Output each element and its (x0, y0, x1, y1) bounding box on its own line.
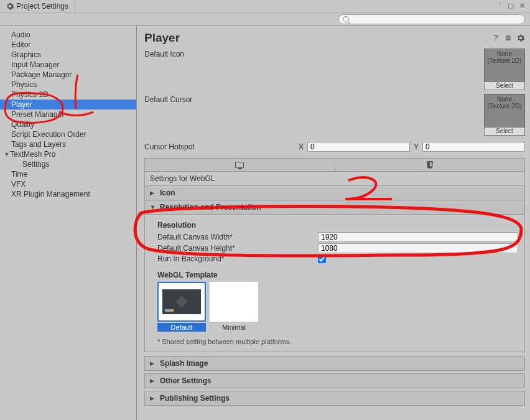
search-icon (343, 16, 349, 22)
chevron-right-icon: ▶ (150, 360, 156, 366)
canvas-width-input[interactable] (318, 232, 518, 242)
window-controls: ▢ ✕ (495, 2, 530, 11)
default-icon-picker[interactable]: None (Texture 2D) Select (484, 49, 525, 90)
unity-logo-icon (175, 296, 188, 308)
monitor-icon (235, 162, 244, 168)
select-button[interactable]: Select (484, 127, 525, 136)
resolution-heading: Resolution (157, 221, 518, 230)
cursor-hotspot-label: Cursor Hotspot (144, 142, 295, 151)
html5-icon (426, 161, 434, 169)
template-default-thumb (157, 282, 206, 322)
other-settings-foldout[interactable]: ▶ Other Settings (144, 373, 525, 388)
platform-tabs (144, 158, 525, 172)
chevron-right-icon: ▶ (150, 395, 156, 401)
settings-for-label: Settings for WebGL (144, 172, 525, 186)
page-title: Player (144, 31, 491, 45)
sidebar-item-audio[interactable]: Audio (0, 30, 136, 40)
sidebar-item-graphics[interactable]: Graphics (0, 50, 136, 60)
settings-gear-icon[interactable] (516, 34, 525, 42)
window-tab-label: Project Settings (16, 2, 68, 11)
canvas-height-row: Default Canvas Height* (157, 243, 518, 253)
texture-thumbnail: None (Texture 2D) (484, 49, 525, 82)
select-button[interactable]: Select (484, 82, 525, 90)
sidebar-item-physics2d[interactable]: Physics 2D (0, 90, 136, 100)
sidebar-item-quality[interactable]: Quality (0, 119, 136, 129)
shared-setting-footnote: * Shared setting between multiple platfo… (157, 338, 518, 345)
help-icon[interactable]: ? (491, 34, 500, 42)
default-cursor-picker[interactable]: None (Texture 2D) Select (484, 94, 525, 136)
sidebar-item-textmesh-pro[interactable]: ▼TextMesh Pro (0, 149, 136, 159)
window-tab[interactable]: Project Settings (0, 0, 75, 12)
sidebar-item-package-manager[interactable]: Package Manager (0, 70, 136, 80)
canvas-width-row: Default Canvas Width* (157, 232, 518, 242)
sidebar-item-player[interactable]: Player (0, 100, 136, 110)
run-in-background-label: Run In Background* (157, 254, 318, 263)
cursor-hotspot-x-input[interactable] (307, 142, 410, 152)
run-in-background-row: Run In Background* (157, 254, 518, 263)
run-in-background-checkbox[interactable] (318, 255, 326, 263)
y-label: Y (412, 142, 420, 151)
maximize-icon[interactable]: ▢ (506, 2, 515, 11)
icon-section-title: Icon (160, 189, 175, 197)
searchbar (0, 12, 530, 26)
resolution-section-foldout[interactable]: ▼ Resolution and Presentation (144, 200, 525, 215)
x-label: X (297, 142, 305, 151)
chevron-right-icon: ▶ (150, 190, 156, 196)
settings-category-list: Audio Editor Graphics Input Manager Pack… (0, 26, 137, 420)
cursor-hotspot-row: Cursor Hotspot X Y (144, 142, 525, 152)
default-icon-row: Default Icon None (Texture 2D) Select (144, 49, 525, 90)
sidebar-item-vfx[interactable]: VFX (0, 179, 136, 189)
template-default[interactable]: Default (157, 282, 206, 332)
platform-standalone-tab[interactable] (145, 159, 335, 171)
canvas-height-label: Default Canvas Height* (157, 244, 318, 253)
default-icon-label: Default Icon (144, 49, 306, 58)
project-settings-window: Project Settings ▢ ✕ Audio Editor Graphi… (0, 0, 530, 420)
default-cursor-label: Default Cursor (144, 94, 306, 104)
publishing-settings-foldout[interactable]: ▶ Publishing Settings (144, 391, 525, 406)
template-minimal[interactable]: Minimal (210, 282, 258, 332)
sidebar-item-editor[interactable]: Editor (0, 40, 136, 50)
platform-webgl-tab[interactable] (335, 159, 525, 171)
collapsed-sections: ▶ Splash Image ▶ Other Settings ▶ Publis… (144, 356, 525, 406)
panel-header: Player ? (144, 31, 525, 45)
cursor-hotspot-y-input[interactable] (422, 142, 525, 152)
canvas-width-label: Default Canvas Width* (157, 233, 318, 241)
player-settings-panel: Player ? Default Icon Non (137, 26, 530, 420)
resolution-section-title: Resolution and Presentation (160, 203, 261, 212)
preset-icon[interactable] (504, 34, 513, 42)
body: Audio Editor Graphics Input Manager Pack… (0, 26, 530, 420)
default-cursor-row: Default Cursor None (Texture 2D) Select (144, 94, 525, 136)
canvas-height-input[interactable] (318, 243, 518, 253)
sidebar-item-input-manager[interactable]: Input Manager (0, 60, 136, 70)
sidebar-item-physics[interactable]: Physics (0, 80, 136, 90)
template-default-label: Default (157, 323, 206, 332)
gear-icon (6, 2, 14, 10)
sidebar-item-time[interactable]: Time (0, 169, 136, 179)
template-minimal-label: Minimal (210, 323, 258, 332)
chevron-down-icon: ▼ (150, 204, 156, 210)
chevron-right-icon: ▶ (150, 378, 156, 384)
icon-section-foldout[interactable]: ▶ Icon (144, 186, 525, 200)
sidebar-item-tmp-settings[interactable]: Settings (0, 159, 136, 169)
sidebar-item-script-execution-order[interactable]: Script Execution Order (0, 129, 136, 139)
template-minimal-thumb (210, 282, 258, 322)
sidebar-item-preset-manager[interactable]: Preset Manager (0, 110, 136, 119)
webgl-template-heading: WebGL Template (157, 271, 518, 279)
more-icon[interactable] (495, 2, 504, 11)
splash-image-foldout[interactable]: ▶ Splash Image (144, 356, 525, 371)
webgl-template-list: Default Minimal (157, 282, 518, 332)
texture-thumbnail: None (Texture 2D) (484, 94, 525, 128)
search-input[interactable] (338, 14, 525, 24)
titlebar: Project Settings ▢ ✕ (0, 0, 530, 12)
close-icon[interactable]: ✕ (518, 2, 526, 11)
sidebar-item-tags-layers[interactable]: Tags and Layers (0, 139, 136, 149)
resolution-section-body: Resolution Default Canvas Width* Default… (144, 215, 525, 352)
chevron-down-icon: ▼ (4, 150, 10, 159)
sidebar-item-xr[interactable]: XR Plugin Management (0, 189, 136, 199)
